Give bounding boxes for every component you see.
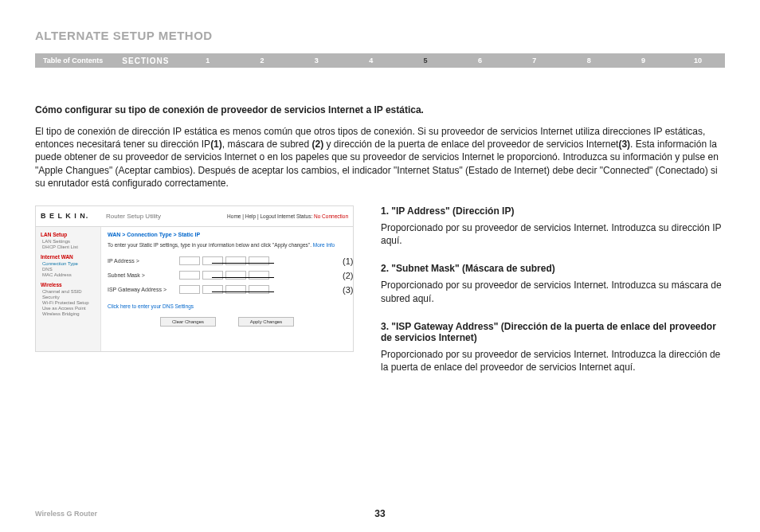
- sidebar-item-mac[interactable]: MAC Address: [42, 272, 96, 277]
- belkin-logo: B E L K I N.: [41, 212, 106, 220]
- sidebar-item-wps[interactable]: Wi-Fi Protected Setup: [42, 300, 96, 305]
- ip-field[interactable]: [249, 256, 269, 265]
- definition-text-1: Proporcionado por su proveedor de servic…: [381, 221, 725, 247]
- nav-item-2[interactable]: 2: [235, 57, 289, 65]
- label-ip-address: IP Address >: [108, 258, 179, 264]
- header-links: Home | Help | Logout Internet Status: No…: [202, 213, 348, 219]
- sidebar-item-connection-type[interactable]: Connection Type: [42, 261, 96, 266]
- callout-line-1: [212, 263, 274, 264]
- subnet-field[interactable]: [179, 271, 200, 280]
- router-main-panel: WAN > Connection Type > Static IP To ent…: [101, 227, 353, 351]
- ip-field[interactable]: [225, 256, 246, 265]
- intro-marker-1: (1): [210, 139, 222, 150]
- sidebar-item-wireless-bridging[interactable]: Wireless Bridging: [42, 311, 96, 316]
- subnet-field[interactable]: [202, 271, 223, 280]
- gateway-field[interactable]: [225, 285, 246, 294]
- definition-head-2: 2. "Subnet Mask" (Máscara de subred): [381, 263, 725, 274]
- apply-changes-button[interactable]: Apply Changes: [238, 317, 294, 327]
- sidebar-item-channel-ssid[interactable]: Channel and SSID: [42, 289, 96, 294]
- nav-item-8[interactable]: 8: [562, 57, 616, 65]
- intro-marker-3: (3): [618, 139, 630, 150]
- page-title: ALTERNATE SETUP METHOD: [35, 29, 725, 42]
- nav-item-9[interactable]: 9: [616, 57, 670, 65]
- row-subnet-mask: Subnet Mask >: [108, 268, 347, 283]
- definition-item: 2. "Subnet Mask" (Máscara de subred) Pro…: [381, 263, 725, 304]
- intro-text-mid1: , máscara de subred: [222, 139, 312, 150]
- router-screenshot: B E L K I N. Router Setup Utility Home |…: [35, 205, 354, 352]
- nav-sections-label: SECTIONS: [111, 57, 180, 65]
- label-subnet-mask: Subnet Mask >: [108, 272, 179, 278]
- router-sidebar: LAN Setup LAN Settings DHCP Client List …: [36, 227, 101, 351]
- utility-title: Router Setup Utility: [106, 213, 202, 220]
- clear-changes-button[interactable]: Clear Changes: [160, 317, 216, 327]
- sidebar-item-dhcp-list[interactable]: DHCP Client List: [42, 244, 96, 249]
- label-isp-gateway: ISP Gateway Address >: [108, 287, 179, 292]
- sidebar-item-dns[interactable]: DNS: [42, 267, 96, 272]
- sidebar-item-lan-settings[interactable]: LAN Settings: [42, 239, 96, 244]
- dns-settings-link[interactable]: Click here to enter your DNS Settings: [108, 303, 347, 309]
- definition-head-1: 1. "IP Address" (Dirección IP): [381, 205, 725, 217]
- sidebar-item-security[interactable]: Security: [42, 295, 96, 299]
- nav-item-1[interactable]: 1: [180, 57, 234, 65]
- nav-item-6[interactable]: 6: [452, 57, 507, 65]
- breadcrumb: WAN > Connection Type > Static IP: [108, 232, 347, 237]
- page-footer: Wireless G Router 33: [35, 510, 725, 518]
- callout-num-1: (1): [343, 256, 353, 266]
- sidebar-hdr-lan: LAN Setup: [41, 232, 96, 237]
- section-navbar: Table of Contents SECTIONS 1 2 3 4 5 6 7…: [35, 53, 725, 68]
- callout-line-2: [212, 277, 274, 278]
- nav-item-4[interactable]: 4: [344, 57, 398, 65]
- product-name: Wireless G Router: [35, 510, 97, 518]
- sidebar-hdr-wireless: Wireless: [41, 282, 96, 288]
- note-text: To enter your Static IP settings, type i…: [108, 242, 313, 248]
- page-number: 33: [374, 508, 385, 519]
- callout-num-2: (2): [343, 271, 353, 280]
- more-info-link[interactable]: More Info: [313, 242, 335, 248]
- callout-num-3: (3): [343, 285, 353, 295]
- nav-item-5[interactable]: 5: [398, 57, 452, 65]
- subnet-field[interactable]: [225, 271, 246, 280]
- definition-head-3: 3. "ISP Gateway Address" (Dirección de l…: [381, 321, 725, 343]
- sidebar-item-access-point[interactable]: Use as Access Point: [42, 306, 96, 311]
- intro-marker-2: (2): [312, 139, 324, 150]
- internet-status: No Connection: [314, 213, 348, 219]
- intro-heading: Cómo configurar su tipo de conexión de p…: [35, 104, 725, 115]
- static-ip-note: To enter your Static IP settings, type i…: [108, 242, 347, 248]
- definition-item: 3. "ISP Gateway Address" (Dirección de l…: [381, 321, 725, 374]
- callout-line-3: [212, 291, 274, 292]
- definition-text-3: Proporcionado por su proveedor de servic…: [381, 348, 725, 374]
- row-isp-gateway: ISP Gateway Address >: [108, 283, 347, 297]
- sidebar-hdr-wan: Internet WAN: [41, 254, 96, 260]
- nav-item-7[interactable]: 7: [507, 57, 562, 65]
- gateway-field[interactable]: [202, 285, 223, 294]
- ip-field[interactable]: [179, 256, 200, 265]
- nav-section-numbers: 1 2 3 4 5 6 7 8 9 10: [180, 57, 725, 65]
- gateway-field[interactable]: [179, 285, 200, 294]
- ip-field[interactable]: [202, 256, 223, 265]
- definition-item: 1. "IP Address" (Dirección IP) Proporcio…: [381, 205, 725, 247]
- row-ip-address: IP Address >: [108, 254, 347, 268]
- intro-paragraph: El tipo de conexión de dirección IP está…: [35, 125, 725, 190]
- gateway-field[interactable]: [249, 285, 269, 294]
- nav-toc[interactable]: Table of Contents: [35, 57, 111, 65]
- nav-item-10[interactable]: 10: [671, 57, 725, 65]
- subnet-field[interactable]: [249, 271, 269, 280]
- header-links-text: Home | Help | Logout Internet Status:: [227, 213, 314, 219]
- nav-item-3[interactable]: 3: [289, 57, 343, 65]
- definition-text-2: Proporcionado por su proveedor de servic…: [381, 279, 725, 304]
- intro-text-mid2: y dirección de la puerta de enlace del p…: [323, 139, 618, 150]
